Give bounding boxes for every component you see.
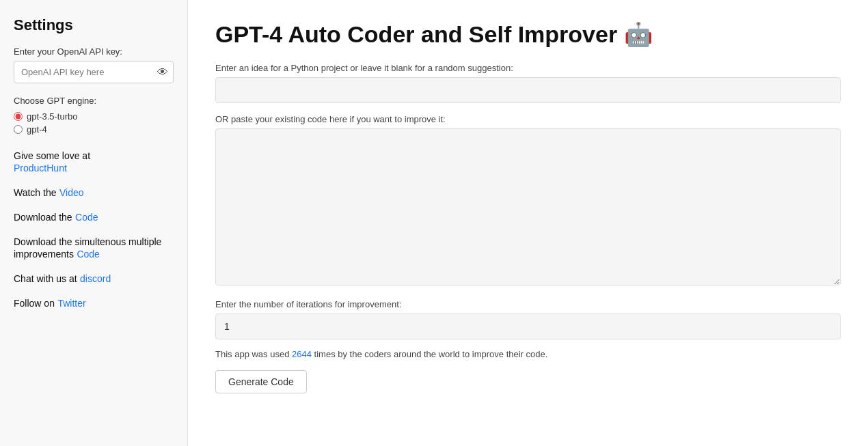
robot-emoji: 🤖 [624,20,653,48]
download-code-section: Download the Code [14,211,174,223]
api-key-input[interactable] [14,61,174,83]
idea-label: Enter an idea for a Python project or le… [215,63,841,73]
iterations-input[interactable] [215,313,841,339]
page-title-text: GPT-4 Auto Coder and Self Improver [215,21,617,48]
love-text: Give some love at [14,150,90,161]
chat-text: Chat with us at [14,273,77,284]
usage-text-before: This app was used [215,349,289,359]
twitter-link[interactable]: Twitter [57,298,85,309]
sidebar: Settings Enter your OpenAI API key: 👁 Ch… [0,0,188,446]
download-code-text: Download the [14,212,72,223]
radio-group: gpt-3.5-turbo gpt-4 [14,111,174,135]
discord-link[interactable]: discord [80,273,111,284]
download-multi-link[interactable]: Code [77,249,99,260]
usage-text: This app was used 2644 times by the code… [215,349,841,359]
page-title: GPT-4 Auto Coder and Self Improver 🤖 [215,20,841,48]
video-link[interactable]: Video [59,187,84,198]
sidebar-title: Settings [14,16,174,34]
download-multi-section: Download the simultenous multiple improv… [14,236,174,260]
radio-gpt35[interactable]: gpt-3.5-turbo [14,111,174,122]
api-key-wrapper: 👁 [14,61,174,83]
discord-section: Chat with us at discord [14,273,174,285]
idea-input[interactable] [215,77,841,103]
usage-count: 2644 [292,349,312,359]
radio-gpt35-label: gpt-3.5-turbo [27,111,77,122]
video-section: Watch the Video [14,186,174,199]
api-key-label: Enter your OpenAI API key: [14,46,174,57]
follow-text: Follow on [14,298,55,309]
producthunt-section: Give some love at ProductHunt [14,150,174,174]
iterations-label: Enter the number of iterations for impro… [215,299,841,309]
usage-text-after: times by the coders around the world to … [314,349,548,359]
main-content: GPT-4 Auto Coder and Self Improver 🤖 Ent… [188,0,868,446]
twitter-section: Follow on Twitter [14,297,174,309]
code-label: OR paste your existing code here if you … [215,114,841,124]
gpt-engine-label: Choose GPT engine: [14,96,174,106]
download-code-link[interactable]: Code [75,212,98,223]
toggle-password-icon[interactable]: 👁 [157,66,168,79]
watch-text: Watch the [14,187,57,198]
code-textarea[interactable] [215,128,841,285]
radio-gpt4-label: gpt-4 [27,124,47,135]
generate-code-button[interactable]: Generate Code [215,370,307,393]
radio-gpt4[interactable]: gpt-4 [14,124,174,135]
producthunt-link[interactable]: ProductHunt [14,163,67,173]
